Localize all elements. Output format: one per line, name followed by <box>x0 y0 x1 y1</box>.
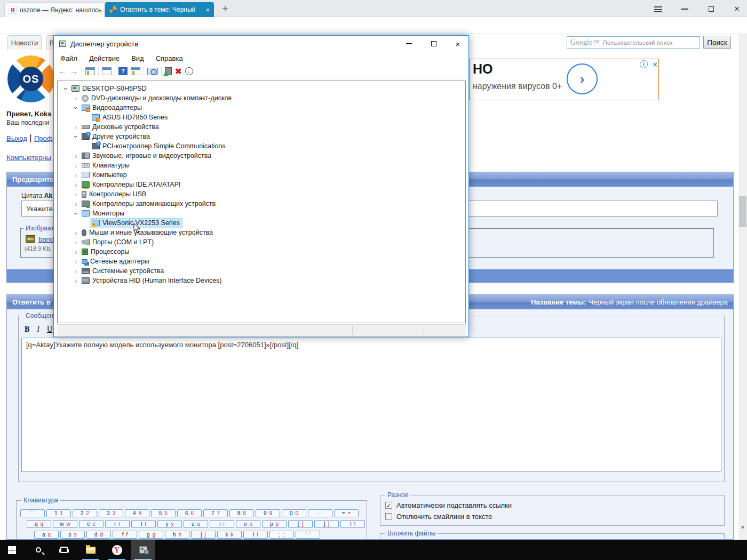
chevron-collapsed-icon[interactable]: › <box>72 277 80 285</box>
menu-file[interactable]: Файл <box>60 54 77 62</box>
virtual-key[interactable]: 00 <box>282 509 306 517</box>
tree-item[interactable]: ›DVD-дисководы и дисководы компакт-диско… <box>58 93 465 103</box>
virtual-key[interactable]: 44 <box>125 509 149 517</box>
virtual-key[interactable]: tt <box>131 520 156 528</box>
yandex-browser-button[interactable]: Y <box>105 540 129 560</box>
tab-oszone-yandex[interactable]: Я oszone — Яндекс: нашлось <box>4 2 105 17</box>
scan-hardware-changes-icon[interactable] <box>147 68 158 75</box>
virtual-key[interactable]: 99 <box>256 509 280 517</box>
tree-item[interactable]: ›Процессоры <box>58 247 465 257</box>
checkbox-checked[interactable]: ✓ <box>385 502 392 509</box>
tree-item[interactable]: ›Другие устройства <box>58 132 465 141</box>
tree-item[interactable]: ASUS HD7850 Series <box>58 113 465 122</box>
logout-link[interactable]: Выход <box>6 134 27 142</box>
oszone-logo[interactable]: OS <box>7 55 54 102</box>
menu-view[interactable]: Вид <box>131 54 144 62</box>
chevron-expanded-icon[interactable]: › <box>72 210 80 218</box>
virtual-key[interactable]: 11 <box>46 509 71 517</box>
virtual-key[interactable]: kk <box>217 531 242 539</box>
forum-home-link[interactable]: Компьютерны <box>6 154 51 162</box>
chevron-collapsed-icon[interactable]: › <box>72 238 80 246</box>
virtual-key[interactable]: ww <box>53 520 77 528</box>
virtual-key[interactable]: ss <box>60 531 85 539</box>
chevron-expanded-icon[interactable]: › <box>62 85 70 93</box>
chevron-collapsed-icon[interactable]: › <box>72 267 80 275</box>
ad-info-icon[interactable]: i <box>640 60 648 68</box>
google-search-input[interactable]: Google™ Пользовательский поиск <box>567 36 700 49</box>
virtual-key[interactable]: aa <box>34 531 59 539</box>
tree-item[interactable]: ›Мыши и иные указывающие устройства <box>58 228 465 237</box>
browser-minimize-button[interactable] <box>677 4 693 14</box>
virtual-key[interactable]: hh <box>165 531 189 539</box>
virtual-key[interactable]: == <box>334 509 359 517</box>
ad-banner[interactable]: НО наружения вирусов 0+ › i × <box>469 59 659 100</box>
chevron-collapsed-icon[interactable]: › <box>72 123 80 131</box>
browser-restore-button[interactable] <box>703 4 719 14</box>
tree-item[interactable]: ›Дисковые устройства <box>58 122 465 132</box>
italic-button[interactable]: I <box>37 325 39 334</box>
chevron-collapsed-icon[interactable]: › <box>72 248 80 256</box>
virtual-key[interactable]: 66 <box>177 509 202 517</box>
virtual-key[interactable]: jj <box>191 531 216 539</box>
virtual-key[interactable]: uu <box>184 520 208 528</box>
profile-link[interactable]: Проф <box>34 134 53 142</box>
tree-item[interactable]: PCI-контроллер Simple Communications <box>58 141 465 151</box>
menu-action[interactable]: Действие <box>89 54 120 62</box>
virtual-key[interactable]: ee <box>79 520 104 528</box>
virtual-key[interactable]: ll <box>243 531 268 539</box>
new-tab-button[interactable]: + <box>220 4 231 14</box>
chevron-collapsed-icon[interactable]: › <box>72 200 80 208</box>
virtual-key[interactable]: ff <box>113 531 137 539</box>
back-icon[interactable]: ← <box>58 67 67 76</box>
search-button[interactable]: Поиск <box>703 36 731 49</box>
virtual-key[interactable]: -- <box>308 509 332 517</box>
device-manager-taskbar-button[interactable] <box>131 540 155 560</box>
virtual-key[interactable]: '' <box>296 531 320 539</box>
ad-close-icon[interactable]: × <box>653 60 657 69</box>
tree-item[interactable]: ›Компьютер <box>58 170 465 180</box>
task-view-button[interactable] <box>52 540 76 560</box>
virtual-key[interactable]: 22 <box>73 509 97 517</box>
forum-nav-tab-news[interactable]: Новости <box>7 35 42 50</box>
page-scrollbar[interactable] <box>738 34 747 540</box>
list-view-icon[interactable] <box>131 67 140 75</box>
tab-reply-topic[interactable]: Ответить в теме: Черный × <box>105 2 214 17</box>
tree-item[interactable]: ›Системные устройства <box>58 266 465 276</box>
tree-item[interactable]: ›Устройства HID (Human Interface Devices… <box>58 276 465 285</box>
virtual-key[interactable]: oo <box>236 520 260 528</box>
virtual-key[interactable]: pp <box>262 520 287 528</box>
file-explorer-button[interactable] <box>79 540 102 560</box>
chevron-collapsed-icon[interactable]: › <box>72 258 80 266</box>
underline-button[interactable]: U <box>47 325 52 334</box>
virtual-key[interactable]: dd <box>86 531 111 539</box>
chevron-collapsed-icon[interactable]: › <box>72 162 80 170</box>
bold-button[interactable]: B <box>25 325 29 334</box>
scrollbar-down-arrow[interactable]: ▼ <box>738 525 747 530</box>
scrollbar-thumb[interactable] <box>739 196 746 227</box>
window-close-button[interactable]: × <box>447 36 468 52</box>
virtual-key[interactable]: ;; <box>269 531 294 539</box>
tree-item[interactable]: ViewSonic VX2253 Series <box>58 218 465 228</box>
tab-close-icon[interactable]: × <box>205 6 210 14</box>
tree-item[interactable]: ›Порты (COM и LPT) <box>58 237 465 247</box>
virtual-key[interactable]: 55 <box>151 509 176 517</box>
ad-arrow-button[interactable]: › <box>567 63 598 94</box>
virtual-key[interactable]: ii <box>210 520 234 528</box>
tree-item[interactable]: ›Контроллеры USB <box>58 189 465 199</box>
virtual-key[interactable]: rr <box>105 520 130 528</box>
tree-item[interactable]: ›Звуковые, игровые и видеоустройства <box>58 151 465 161</box>
chevron-collapsed-icon[interactable]: › <box>72 181 80 189</box>
checkbox-unchecked[interactable] <box>385 513 392 520</box>
chevron-collapsed-icon[interactable]: › <box>72 171 80 179</box>
tree-item[interactable]: ›Сетевые адаптеры <box>58 257 465 266</box>
help-icon[interactable]: ? <box>118 67 128 75</box>
virtual-key[interactable]: [[ <box>288 520 313 528</box>
chevron-collapsed-icon[interactable]: › <box>72 94 80 102</box>
tree-item[interactable]: ›Видеоадаптеры <box>58 103 465 113</box>
virtual-key[interactable]: qq <box>27 520 51 528</box>
forward-icon[interactable]: → <box>70 67 78 76</box>
update-driver-icon[interactable] <box>165 67 172 75</box>
message-textarea[interactable]: [q=Aktay]Укажите полную модель используе… <box>21 338 721 472</box>
chevron-collapsed-icon[interactable]: › <box>72 229 80 237</box>
properties-icon[interactable] <box>102 67 112 75</box>
